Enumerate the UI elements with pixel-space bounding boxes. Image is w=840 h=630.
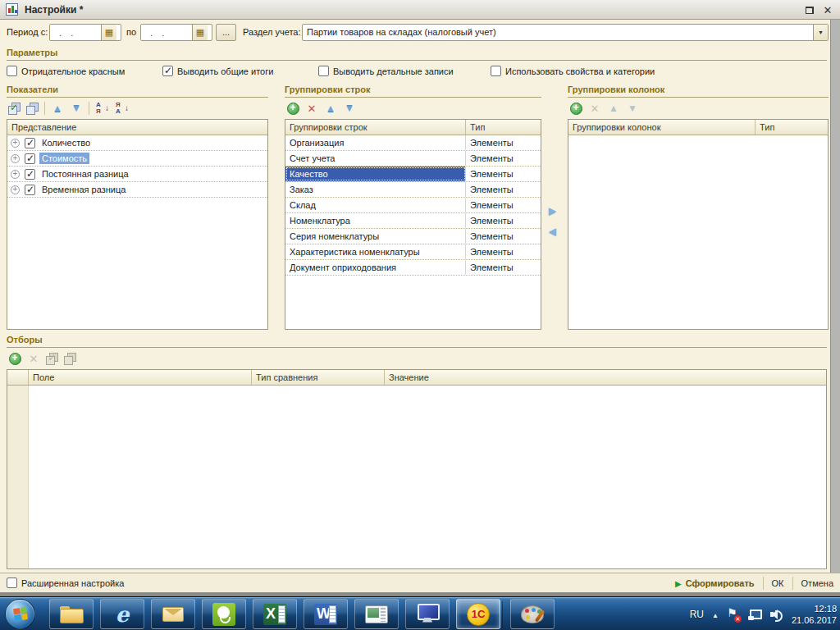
table-row[interactable]: Серия номенклатуры Элементы [285,229,541,244]
calendar-icon[interactable] [192,25,208,40]
volume-icon[interactable] [770,609,783,620]
restore-button[interactable] [802,3,817,16]
checkbox[interactable] [491,66,501,76]
sort-asc-icon[interactable]: АЯ [95,102,109,115]
checkbox[interactable] [25,138,35,148]
table-row[interactable]: Документ оприходования Элементы [285,260,541,276]
checkbox[interactable] [7,578,17,588]
add-icon[interactable] [287,103,299,115]
grouping-type[interactable]: Элементы [466,167,541,181]
grouping-name[interactable]: Характеристика номенклатуры [285,244,466,259]
grouping-type[interactable]: Элементы [466,229,541,244]
grouping-type[interactable]: Элементы [466,151,541,166]
period-from-input[interactable] [50,25,101,40]
taskbar-button-mail[interactable] [151,599,195,629]
table-row[interactable]: Характеристика номенклатуры Элементы [285,244,541,260]
expand-icon[interactable] [11,139,20,148]
taskbar-button-paint[interactable] [510,599,555,629]
grouping-name[interactable]: Счет учета [285,151,466,166]
table-row[interactable]: Счет учета Элементы [285,151,541,167]
grouping-name[interactable]: Номенклатура [285,213,466,228]
move-up-icon[interactable] [324,102,337,115]
dropdown-icon[interactable] [813,25,828,40]
taskbar-button-image-viewer[interactable] [354,599,399,629]
show-hidden-icons-icon[interactable] [712,609,719,619]
sort-desc-icon[interactable]: ЯА [115,102,129,115]
network-icon[interactable] [748,609,762,620]
section-combobox[interactable]: Партии товаров на складах (налоговый уче… [302,24,829,41]
close-button[interactable] [820,3,835,16]
transfer-left-icon[interactable] [546,224,559,238]
table-row[interactable]: Склад Элементы [285,198,541,213]
check-all-icon[interactable]: ✓ [8,103,21,115]
checkbox[interactable] [318,66,329,76]
checkbox-advanced-settings[interactable]: Расширенная настройка [7,578,124,588]
move-up-icon[interactable] [51,102,64,115]
table-row[interactable]: Заказ Элементы [285,182,541,198]
check-all-icon[interactable]: ✓ [46,353,58,365]
grouping-name[interactable]: Документ оприходования [285,260,466,275]
table-row[interactable]: Качество Элементы [285,167,541,182]
ok-button[interactable]: ОК [772,578,784,588]
expand-icon[interactable] [11,154,20,163]
grouping-type[interactable]: Элементы [466,198,541,212]
checkbox[interactable] [7,66,17,76]
clock[interactable]: 12:18 21.06.2017 [792,603,837,626]
column-groupings-table-header: Группировки колонок Тип [568,120,828,135]
grouping-name[interactable]: Качество [285,167,466,181]
taskbar-button-explorer[interactable] [49,599,94,629]
checkbox[interactable] [25,185,35,195]
expand-icon[interactable] [11,185,20,194]
checkbox-use-properties[interactable]: Использовать свойства и категории [491,66,655,76]
start-button[interactable] [5,599,35,629]
move-down-icon[interactable] [70,102,83,115]
expand-icon[interactable] [11,170,20,179]
period-more-button[interactable]: ... [216,24,236,41]
list-item[interactable]: Стоимость [7,151,267,167]
list-item[interactable]: Количество [7,135,267,151]
grouping-name[interactable]: Серия номенклатуры [285,229,466,244]
transfer-right-icon[interactable] [546,203,559,217]
move-down-icon[interactable] [626,102,639,115]
table-row[interactable]: Номенклатура Элементы [285,213,541,229]
action-center-flag-icon[interactable] [727,608,740,621]
grouping-type[interactable]: Элементы [466,244,541,259]
delete-icon[interactable] [305,102,318,115]
checkbox-show-totals[interactable]: Выводить общие итоги [162,66,273,76]
generate-button[interactable]: Сформировать [675,578,755,588]
checkbox[interactable] [25,169,35,180]
language-indicator[interactable]: RU [690,609,704,620]
grouping-type[interactable]: Элементы [466,135,541,150]
move-down-icon[interactable] [343,102,356,115]
taskbar-button-remote-desktop[interactable] [405,599,450,629]
grouping-type[interactable]: Элементы [466,260,541,275]
period-to-input[interactable] [141,25,192,40]
uncheck-all-icon[interactable] [26,103,39,115]
table-row[interactable]: Организация Элементы [285,135,541,151]
calendar-icon[interactable] [101,25,116,40]
grouping-name[interactable]: Заказ [285,182,466,197]
checkbox-negative-red[interactable]: Отрицательное красным [7,66,125,76]
list-item[interactable]: Постоянная разница [7,167,267,182]
delete-icon[interactable] [27,352,40,365]
uncheck-all-icon[interactable] [64,353,76,365]
period-to-label: по [126,27,136,37]
grouping-type[interactable]: Элементы [466,213,541,228]
cancel-button[interactable]: Отмена [801,578,833,588]
grouping-type[interactable]: Элементы [466,182,541,197]
grouping-name[interactable]: Организация [285,135,466,150]
grouping-name[interactable]: Склад [285,198,466,212]
move-up-icon[interactable] [607,102,620,115]
taskbar-button-excel[interactable]: X [253,599,297,629]
add-icon[interactable] [570,103,582,115]
delete-icon[interactable] [588,102,601,115]
checkbox[interactable] [25,153,35,164]
checkbox-show-details[interactable]: Выводить детальные записи [318,66,454,76]
taskbar-button-1c-enterprise[interactable]: 1С [456,599,500,629]
taskbar-button-word[interactable]: W [304,599,348,629]
list-item[interactable]: Временная разница [7,182,267,198]
add-icon[interactable] [9,353,21,365]
taskbar-button-communicator[interactable] [202,599,246,629]
checkbox[interactable] [162,66,173,76]
taskbar-button-internet-explorer[interactable]: e [100,599,144,629]
